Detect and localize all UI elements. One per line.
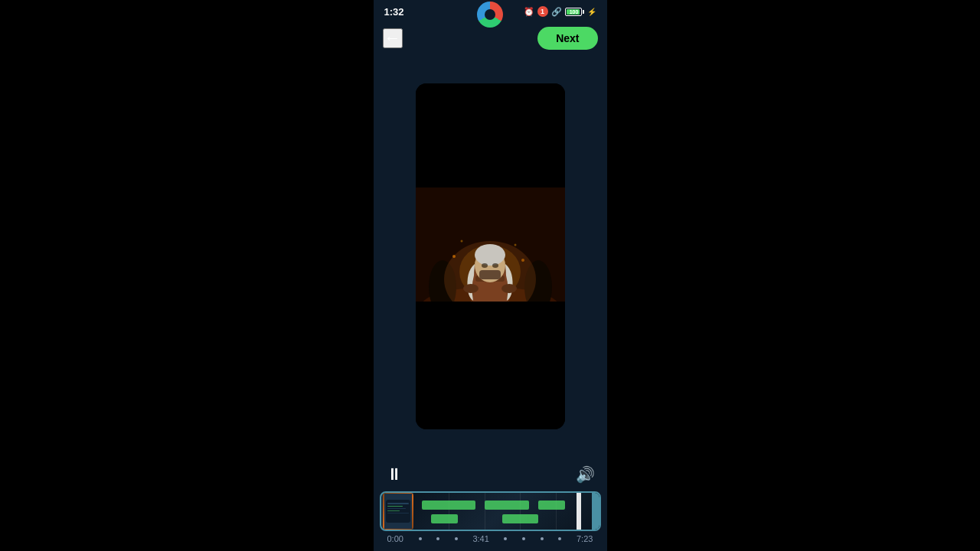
controls-bar: ⏸ 🔊 (374, 458, 607, 491)
grid-line-3 (520, 493, 521, 530)
svg-rect-26 (387, 513, 409, 514)
svg-point-10 (475, 244, 505, 266)
battery-tip (583, 10, 584, 14)
green-block-4 (431, 514, 458, 523)
svg-rect-13 (479, 270, 501, 279)
link-icon: 🔗 (551, 7, 562, 17)
green-block-3 (538, 500, 565, 510)
svg-point-17 (521, 259, 524, 262)
battery-label: 100 (567, 9, 582, 15)
video-frame[interactable] (416, 83, 565, 429)
app-logo-area (477, 2, 503, 28)
phone-screen: 1:32 ⏰ 1 🔗 100 ⚡ (374, 0, 607, 551)
svg-rect-23 (387, 506, 403, 507)
volume-icon: 🔊 (576, 466, 595, 483)
green-block-2 (485, 500, 529, 510)
time-dot-2 (436, 537, 439, 540)
svg-point-15 (501, 284, 517, 293)
time-dot-5 (522, 537, 525, 540)
volume-button[interactable]: 🔊 (576, 465, 595, 484)
svg-point-14 (463, 284, 479, 293)
timeline-right-handle[interactable] (592, 493, 599, 530)
grid-line-4 (556, 493, 557, 530)
svg-point-12 (492, 263, 498, 268)
back-button[interactable]: ← (383, 28, 403, 48)
pause-icon: ⏸ (386, 465, 403, 484)
video-wrapper (374, 55, 607, 458)
time-dot-1 (419, 537, 422, 540)
thumbnail-svg (384, 494, 412, 529)
time-dot-4 (504, 537, 507, 540)
time-mid: 3:41 (472, 534, 488, 543)
timeline-thumbnail (383, 493, 413, 530)
status-icons: ⏰ 1 🔗 100 ⚡ (524, 6, 596, 17)
svg-rect-22 (387, 503, 409, 504)
status-time: 1:32 (384, 6, 404, 18)
svg-point-18 (460, 240, 462, 243)
app-logo (477, 2, 503, 28)
svg-point-16 (452, 255, 456, 258)
app-logo-inner (485, 9, 495, 20)
timeline-content[interactable] (413, 493, 592, 530)
grid-line-2 (485, 493, 485, 530)
battery-body: 100 (565, 8, 582, 16)
svg-rect-24 (387, 508, 406, 509)
time-dot-3 (455, 537, 458, 540)
green-block-5 (502, 514, 538, 523)
timeline-playhead-handle[interactable] (577, 493, 581, 530)
alarm-icon: ⏰ (524, 7, 534, 17)
grid-line-1 (449, 493, 449, 530)
video-bottom-black (416, 302, 565, 429)
svg-point-19 (514, 244, 516, 246)
green-block-1 (422, 500, 475, 510)
svg-point-11 (482, 263, 488, 268)
status-bar: 1:32 ⏰ 1 🔗 100 ⚡ (374, 0, 607, 21)
timeline-area: 0:00 3:41 7:23 (374, 491, 607, 551)
time-end: 7:23 (577, 534, 593, 543)
time-markers: 0:00 3:41 7:23 (380, 531, 601, 543)
time-start: 0:00 (387, 534, 403, 543)
battery-icon: 100 (565, 8, 584, 16)
svg-rect-25 (387, 510, 400, 511)
time-dot-6 (541, 537, 544, 540)
lightning-icon: ⚡ (587, 8, 596, 16)
time-dot-7 (558, 537, 561, 540)
pause-button[interactable]: ⏸ (386, 465, 403, 484)
notification-badge: 1 (537, 6, 548, 17)
timeline-strip[interactable] (380, 491, 601, 531)
next-button[interactable]: Next (537, 27, 597, 50)
